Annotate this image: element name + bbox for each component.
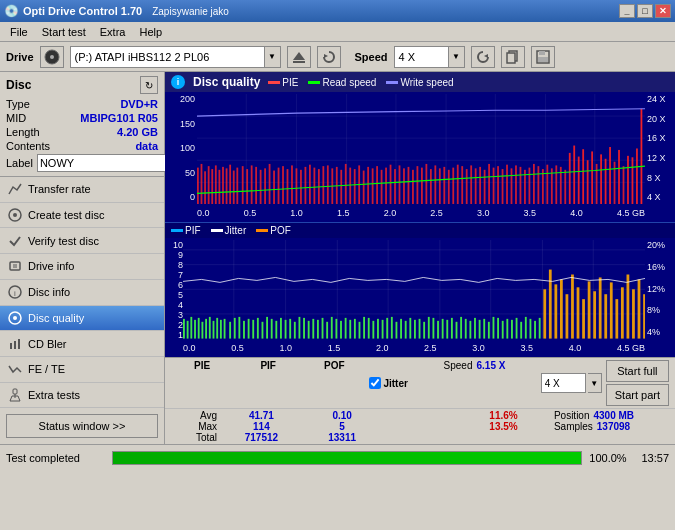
sidebar-item-create-test-disc[interactable]: Create test disc — [0, 203, 164, 229]
samples-value: 137098 — [597, 421, 630, 432]
progress-bar-container — [112, 451, 582, 465]
svg-rect-181 — [299, 317, 301, 339]
contents-value: data — [135, 140, 158, 152]
svg-rect-211 — [437, 321, 439, 339]
disc-quality-icon — [8, 311, 22, 325]
pie-legend-color — [268, 81, 280, 84]
label-input[interactable] — [37, 154, 181, 172]
svg-rect-40 — [197, 168, 199, 205]
menu-help[interactable]: Help — [133, 24, 168, 40]
menu-bar: File Start test Extra Help — [0, 22, 675, 42]
svg-rect-229 — [520, 322, 522, 339]
sidebar-item-disc-quality[interactable]: Disc quality — [0, 306, 164, 332]
sidebar-item-transfer-rate[interactable]: Transfer rate — [0, 177, 164, 203]
sidebar-item-cd-bler[interactable]: CD Bler — [0, 331, 164, 357]
svg-rect-241 — [582, 300, 585, 339]
mid-label: MID — [6, 112, 26, 124]
svg-rect-240 — [577, 288, 580, 339]
svg-rect-167 — [234, 318, 236, 339]
top-chart-y-axis-left: 200 150 100 50 0 — [165, 92, 197, 204]
speed-dropdown-box: 4 X — [541, 373, 586, 393]
svg-rect-7 — [507, 53, 515, 63]
svg-rect-91 — [417, 166, 419, 204]
disc-refresh-button[interactable]: ↻ — [140, 76, 158, 94]
menu-file[interactable]: File — [4, 24, 34, 40]
menu-extra[interactable]: Extra — [94, 24, 132, 40]
svg-rect-74 — [340, 170, 342, 205]
start-full-button[interactable]: Start full — [606, 360, 669, 382]
svg-rect-54 — [251, 165, 253, 204]
svg-rect-135 — [614, 162, 616, 205]
svg-rect-139 — [632, 157, 634, 204]
svg-rect-231 — [530, 319, 532, 339]
svg-rect-66 — [305, 167, 307, 205]
maximize-button[interactable]: □ — [637, 4, 653, 18]
sidebar-item-drive-info[interactable]: Drive info — [0, 254, 164, 280]
sidebar-item-verify-test-disc[interactable]: Verify test disc — [0, 228, 164, 254]
speed-dropdown-arrow[interactable]: ▼ — [449, 46, 465, 68]
svg-rect-196 — [368, 318, 370, 339]
drive-dropdown-arrow[interactable]: ▼ — [265, 46, 281, 68]
speed-label: Speed — [355, 51, 388, 63]
top-chart-x-axis: 0.00.51.01.52.02.53.03.54.04.5 GB — [197, 204, 645, 222]
refresh-icon — [322, 50, 336, 64]
svg-rect-42 — [204, 171, 206, 204]
pof-col-header: POF — [324, 360, 345, 371]
svg-rect-249 — [627, 275, 630, 339]
svg-rect-166 — [229, 322, 231, 339]
save-button[interactable] — [531, 46, 555, 68]
pif-col-header: PIF — [260, 360, 276, 371]
status-window-button[interactable]: Status window >> — [6, 414, 158, 438]
svg-rect-105 — [479, 167, 481, 205]
eject-button[interactable] — [287, 46, 311, 68]
svg-rect-67 — [309, 165, 311, 205]
svg-rect-43 — [208, 166, 210, 204]
minimize-button[interactable]: _ — [619, 4, 635, 18]
svg-rect-230 — [525, 317, 527, 339]
start-buttons: Start full Start part — [606, 360, 669, 406]
svg-rect-173 — [262, 322, 264, 339]
sidebar-item-extra-tests[interactable]: Extra tests — [0, 383, 164, 409]
drive-select-box: (P:) ATAPI iHBS112 2 PL06 — [70, 46, 265, 68]
svg-rect-111 — [506, 165, 508, 205]
svg-rect-221 — [483, 319, 485, 339]
sidebar-item-disc-info[interactable]: i Disc info — [0, 280, 164, 306]
main-layout: Disc ↻ Type DVD+R MID MBIPG101 R05 Lengt… — [0, 72, 675, 444]
pof-legend-color — [256, 229, 268, 232]
speed-dropdown-arrow-stats[interactable]: ▼ — [588, 373, 602, 393]
copy-button[interactable] — [501, 46, 525, 68]
svg-rect-161 — [209, 317, 211, 339]
speed-col: Speed 6.15 X — [444, 360, 537, 406]
refresh-drive-button[interactable] — [317, 46, 341, 68]
disc-icon — [44, 49, 60, 65]
svg-rect-218 — [469, 321, 471, 339]
svg-rect-223 — [493, 317, 495, 339]
type-value: DVD+R — [120, 98, 158, 110]
svg-rect-210 — [432, 318, 434, 339]
create-disc-icon — [8, 208, 22, 222]
close-button[interactable]: ✕ — [655, 4, 671, 18]
svg-rect-24 — [18, 339, 20, 349]
svg-rect-82 — [376, 166, 378, 204]
menu-start-test[interactable]: Start test — [36, 24, 92, 40]
svg-rect-239 — [571, 275, 574, 339]
svg-rect-92 — [421, 168, 423, 205]
start-part-button[interactable]: Start part — [606, 384, 669, 406]
svg-rect-63 — [291, 165, 293, 204]
svg-rect-154 — [183, 319, 185, 339]
svg-rect-182 — [303, 318, 305, 339]
svg-rect-225 — [502, 321, 504, 339]
svg-rect-183 — [308, 321, 310, 339]
svg-rect-51 — [236, 168, 238, 205]
svg-rect-85 — [390, 165, 392, 205]
svg-rect-219 — [474, 318, 476, 339]
pif-stats-col: PIF — [237, 360, 299, 406]
svg-rect-193 — [354, 319, 356, 339]
svg-rect-188 — [331, 317, 333, 339]
svg-rect-184 — [312, 319, 314, 339]
sidebar-item-fe-te[interactable]: FE / TE — [0, 357, 164, 383]
refresh-speed-button[interactable] — [471, 46, 495, 68]
svg-rect-201 — [391, 317, 393, 339]
jitter-checkbox[interactable] — [369, 377, 381, 389]
sidebar: Disc ↻ Type DVD+R MID MBIPG101 R05 Lengt… — [0, 72, 165, 444]
